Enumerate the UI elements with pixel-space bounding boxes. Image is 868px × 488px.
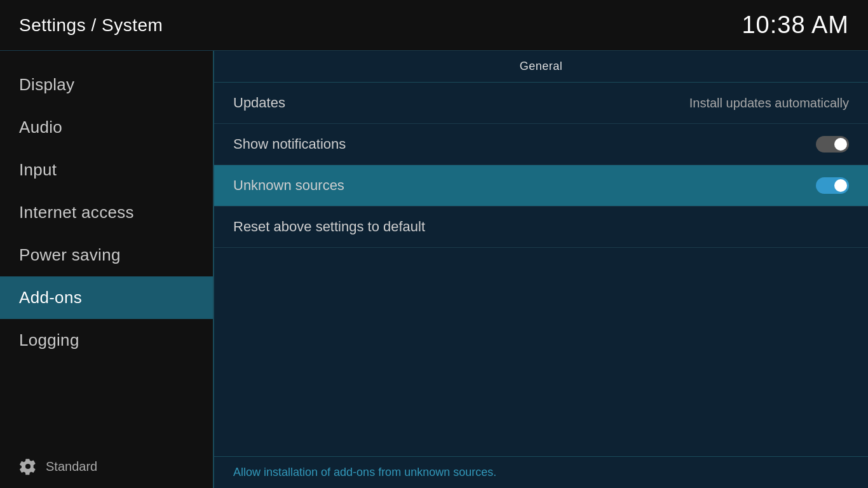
sidebar: DisplayAudioInputInternet accessPower sa… xyxy=(0,51,213,488)
settings-level[interactable]: Standard xyxy=(0,445,213,488)
sidebar-item-input[interactable]: Input xyxy=(0,149,213,191)
sidebar-item-display[interactable]: Display xyxy=(0,64,213,106)
page-title: Settings / System xyxy=(19,15,163,36)
settings-list: UpdatesInstall updates automaticallyShow… xyxy=(214,83,868,456)
toggle-knob-show-notifications xyxy=(834,138,847,151)
setting-row-reset-settings[interactable]: Reset above settings to default xyxy=(214,207,868,248)
setting-row-show-notifications[interactable]: Show notifications xyxy=(214,124,868,165)
sidebar-item-internet-access[interactable]: Internet access xyxy=(0,191,213,234)
setting-row-updates[interactable]: UpdatesInstall updates automatically xyxy=(214,83,868,124)
gear-icon xyxy=(19,458,37,475)
toggle-knob-unknown-sources xyxy=(834,179,847,192)
section-header: General xyxy=(214,51,868,83)
toggle-show-notifications[interactable] xyxy=(816,136,849,152)
clock: 10:38 AM xyxy=(742,11,849,39)
setting-label-unknown-sources: Unknown sources xyxy=(233,177,344,194)
settings-level-label: Standard xyxy=(46,459,97,474)
setting-value-updates: Install updates automatically xyxy=(689,96,849,111)
setting-label-updates: Updates xyxy=(233,95,285,111)
content-area: General UpdatesInstall updates automatic… xyxy=(213,51,868,488)
sidebar-item-add-ons[interactable]: Add-ons xyxy=(0,276,213,319)
footer-hint: Allow installation of add-ons from unkno… xyxy=(233,466,496,478)
sidebar-item-logging[interactable]: Logging xyxy=(0,319,213,362)
setting-label-reset-settings: Reset above settings to default xyxy=(233,219,425,235)
setting-label-show-notifications: Show notifications xyxy=(233,136,346,152)
sidebar-item-audio[interactable]: Audio xyxy=(0,106,213,149)
setting-row-unknown-sources[interactable]: Unknown sources xyxy=(214,165,868,207)
content-footer: Allow installation of add-ons from unkno… xyxy=(214,456,868,488)
header: Settings / System 10:38 AM xyxy=(0,0,868,51)
main-layout: DisplayAudioInputInternet accessPower sa… xyxy=(0,51,868,488)
sidebar-item-power-saving[interactable]: Power saving xyxy=(0,234,213,276)
toggle-unknown-sources[interactable] xyxy=(816,177,849,194)
